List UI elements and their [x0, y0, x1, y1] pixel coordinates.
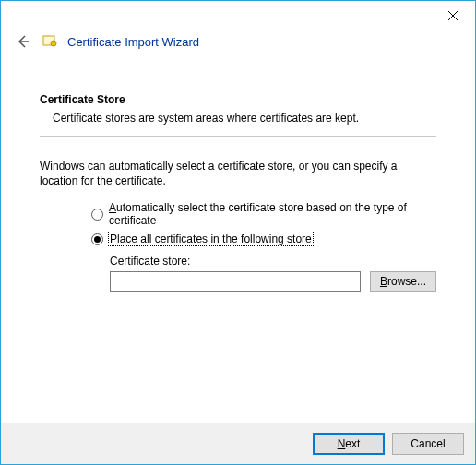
radio-manual-select[interactable]: Place all certificates in the following … — [91, 232, 436, 245]
wizard-title: Certificate Import Wizard — [67, 35, 199, 49]
radio-manual-label: Place all certificates in the following … — [109, 232, 313, 245]
store-choice-radio-group: Automatically select the certificate sto… — [40, 201, 436, 245]
footer: Next Cancel — [1, 423, 475, 464]
section-heading: Certificate Store — [40, 93, 436, 106]
close-button[interactable] — [438, 5, 468, 27]
divider — [40, 136, 436, 137]
radio-auto-label: Automatically select the certificate sto… — [109, 201, 436, 227]
svg-point-4 — [51, 41, 56, 46]
next-button[interactable]: Next — [313, 433, 385, 455]
radio-icon — [91, 209, 103, 221]
certificate-import-wizard-window: Certificate Import Wizard Certificate St… — [0, 0, 476, 465]
cancel-button[interactable]: Cancel — [392, 433, 464, 455]
certificate-store-input[interactable] — [110, 271, 361, 292]
section-description: Certificate stores are system areas wher… — [40, 112, 436, 125]
radio-icon — [91, 233, 103, 245]
back-arrow-icon — [16, 34, 30, 49]
browse-button[interactable]: Browse... — [370, 271, 436, 292]
certificate-store-row: Browse... — [110, 271, 436, 292]
content-area: Certificate Store Certificate stores are… — [1, 51, 475, 423]
certificate-icon — [42, 33, 58, 50]
certificate-store-label: Certificate store: — [110, 255, 436, 268]
intro-text: Windows can automatically select a certi… — [40, 159, 436, 188]
back-button[interactable] — [14, 32, 32, 51]
titlebar — [1, 1, 475, 29]
certificate-store-block: Certificate store: Browse... — [40, 255, 436, 292]
header-row: Certificate Import Wizard — [1, 29, 475, 51]
close-icon — [448, 11, 458, 20]
radio-auto-select[interactable]: Automatically select the certificate sto… — [91, 201, 436, 227]
